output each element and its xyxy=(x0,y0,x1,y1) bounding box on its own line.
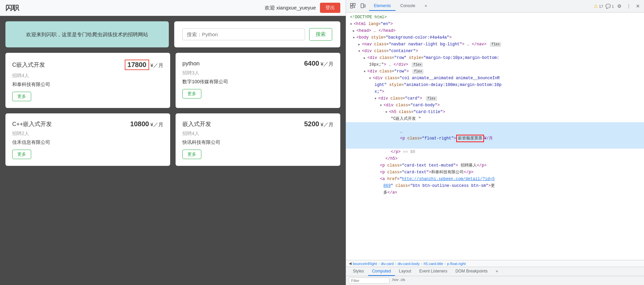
html-line-div-row1b: 10px;"> … </div> flex xyxy=(346,61,644,68)
card-3-more-button[interactable]: 更多 xyxy=(182,150,201,159)
card-1-title-row: python 6400 ¥／月 xyxy=(182,60,334,67)
filter-bar: .hov .cls xyxy=(346,276,644,285)
html-line-div-col2: ight" style="animation-delay:100ms;margi… xyxy=(346,82,644,88)
card-0-salary-unit: ¥／月 xyxy=(150,62,163,69)
html-line-h5: <h5 class="card-title"> xyxy=(346,109,644,115)
more-options-icon[interactable]: ⋮ xyxy=(625,3,632,9)
close-devtools-icon[interactable]: ✕ xyxy=(635,3,641,9)
settings-icon[interactable]: ⚙ xyxy=(616,3,623,9)
devtools-html-content: <!DOCTYPE html> <html lang="en"> <head> … xyxy=(346,13,644,260)
card-1-title: python xyxy=(182,60,200,67)
welcome-banner: 欢迎来到闪职，这里是专门给爬虫训练技术的招聘网站 xyxy=(5,21,169,47)
html-line-div-card: <div class="card"> flex xyxy=(346,95,644,102)
inspect-icon[interactable] xyxy=(349,2,357,10)
html-line-body: <body style="background-color:#4a4a4a"> xyxy=(346,34,644,41)
card-3-title: 嵌入式开发 xyxy=(182,120,211,128)
card-3-salary-amount: 5200 xyxy=(304,120,319,128)
search-box: 搜索 xyxy=(174,21,340,47)
tab-computed[interactable]: Computed xyxy=(368,267,395,276)
devtools-right-icons: ⚠ 17 💬 1 ⚙ ⋮ ✕ xyxy=(594,3,641,9)
card-0-company: 和泰科技有限公司 xyxy=(12,82,163,88)
card-2-title: C++嵌入式开发 xyxy=(12,120,52,128)
svg-rect-2 xyxy=(353,3,355,5)
card-2-more-button[interactable]: 更多 xyxy=(12,150,31,159)
card-1-more-button[interactable]: 更多 xyxy=(182,89,201,98)
card-0-salary-amount: 17800 xyxy=(125,60,149,70)
html-line-p-selected[interactable]: … <p class="float-right">薪资额度票票¥/月 xyxy=(346,122,644,149)
card-2-salary-amount: 10800 xyxy=(130,120,149,128)
app-brand: 闪职 xyxy=(5,3,19,13)
html-line-a-more: <a href="http://shanzhi.spbeen.com/detai… xyxy=(346,176,644,182)
devtools-top-bar: Elements Console » ⚠ 17 💬 1 ⚙ ⋮ ✕ xyxy=(346,0,644,13)
card-2-salary: 10800 ¥／月 xyxy=(130,120,163,128)
welcome-text: 欢迎 xiangxue_yueyue xyxy=(265,5,316,11)
navbar-right: 欢迎 xiangxue_yueyue 登出 xyxy=(265,3,340,13)
breadcrumb-bounce[interactable]: bounceInRight xyxy=(353,262,377,266)
tab-console[interactable]: Console xyxy=(396,1,420,11)
html-line-h5-close: </h5> xyxy=(346,155,644,162)
breadcrumb-bar: ◀ bounceInRight › div.card › div.card-bo… xyxy=(346,260,644,267)
tab-layout[interactable]: Layout xyxy=(395,267,415,276)
breadcrumb-div-card-body[interactable]: div.card-body xyxy=(398,262,420,266)
logout-button[interactable]: 登出 xyxy=(320,3,340,13)
tab-elements[interactable]: Elements xyxy=(369,1,396,11)
html-line-html: <html lang="en"> xyxy=(346,21,644,27)
card-1: python 6400 ¥／月 招聘3人 数字100传媒有限公司 更多 xyxy=(176,53,340,108)
message-badge: 💬 1 xyxy=(605,4,614,9)
device-icon[interactable] xyxy=(359,2,367,10)
html-line-p-muted: <p class="card-text text-muted"> 招聘募人</p… xyxy=(346,162,644,169)
card-2-title-row: C++嵌入式开发 10800 ¥／月 xyxy=(12,120,163,128)
card-1-hire: 招聘3人 xyxy=(182,70,334,76)
html-line-div-col: <div class="col animate__animated animat… xyxy=(346,75,644,82)
svg-rect-0 xyxy=(350,3,353,5)
html-line-nav: <nav class="navbar navbar-light bg-light… xyxy=(346,41,644,48)
breadcrumb-div-card[interactable]: div.card xyxy=(381,262,394,266)
main-content: 欢迎来到闪职，这里是专门给爬虫训练技术的招聘网站 搜索 C嵌入式开发 17800… xyxy=(0,16,346,285)
html-line-a-more2: 869" class="btn btn-outline-success btn-… xyxy=(346,182,644,189)
devtools-tabs: Elements Console » xyxy=(369,1,592,11)
card-1-salary: 6400 ¥／月 xyxy=(304,60,334,67)
top-row: 欢迎来到闪职，这里是专门给爬虫训练技术的招聘网站 搜索 xyxy=(5,21,340,47)
html-line-div-card-body: <div class="card-body"> xyxy=(346,102,644,109)
html-line-div-container: <div class="container"> xyxy=(346,48,644,54)
card-0-title-row: C嵌入式开发 17800 ¥／月 xyxy=(12,60,163,70)
html-line-h5-text: "C嵌入式开发 " xyxy=(346,115,644,122)
html-line-p-company: <p class="card-text">和泰科技有限公司</p> xyxy=(346,169,644,176)
warning-badge: ⚠ 17 xyxy=(594,4,603,9)
card-2: C++嵌入式开发 10800 ¥／月 招聘2人 佳禾信息有限公司 更多 xyxy=(5,113,170,166)
card-1-salary-amount: 6400 xyxy=(304,60,319,67)
search-button[interactable]: 搜索 xyxy=(309,28,332,41)
navbar: 闪职 欢迎 xiangxue_yueyue 登出 xyxy=(0,0,346,16)
svg-rect-6 xyxy=(364,5,365,7)
html-line-a-more3: 多</a> xyxy=(346,189,644,196)
tab-dom-breakpoints[interactable]: DOM Breakpoints xyxy=(451,267,492,276)
card-0-more-button[interactable]: 更多 xyxy=(12,92,31,101)
filter-input[interactable] xyxy=(349,278,389,284)
html-line-div-col3: x;"> xyxy=(346,88,644,95)
banner-text: 欢迎来到闪职，这里是专门给爬虫训练技术的招聘网站 xyxy=(26,30,148,39)
html-line-doctype: <!DOCTYPE html> xyxy=(346,14,644,21)
breadcrumb-p-float[interactable]: p.float-right xyxy=(447,262,466,266)
tab-event-listeners[interactable]: Event Listeners xyxy=(415,267,451,276)
card-1-salary-unit: ¥／月 xyxy=(321,61,334,67)
card-2-salary-unit: ¥／月 xyxy=(150,122,163,128)
cards-row-1: C嵌入式开发 17800 ¥／月 招聘4人 和泰科技有限公司 更多 python… xyxy=(5,53,340,108)
card-3: 嵌入式开发 5200 ¥／月 招聘4人 快讯科技有限公司 更多 xyxy=(176,113,340,166)
card-0-hire: 招聘4人 xyxy=(12,73,163,79)
tab-bottom-more[interactable]: » xyxy=(492,267,502,276)
card-2-hire: 招聘2人 xyxy=(12,131,163,137)
card-3-salary: 5200 ¥／月 xyxy=(304,120,334,128)
breadcrumb-h5[interactable]: h5.card-title xyxy=(424,262,443,266)
devtools-bottom-panel: Styles Computed Layout Event Listeners D… xyxy=(346,267,644,285)
bottom-tabs: Styles Computed Layout Event Listeners D… xyxy=(346,267,644,276)
card-2-company: 佳禾信息有限公司 xyxy=(12,139,163,146)
card-1-company: 数字100传媒有限公司 xyxy=(182,79,334,85)
search-input[interactable] xyxy=(182,28,305,40)
card-0-salary: 17800 ¥／月 xyxy=(125,60,163,70)
filter-hint: .hov .cls xyxy=(391,278,405,284)
tab-styles[interactable]: Styles xyxy=(349,267,368,276)
html-line-p-close: </p> == $0 xyxy=(346,149,644,155)
cards-row-2: C++嵌入式开发 10800 ¥／月 招聘2人 佳禾信息有限公司 更多 嵌入式开… xyxy=(5,113,340,166)
devtools-panel: Elements Console » ⚠ 17 💬 1 ⚙ ⋮ ✕ <!DOCT… xyxy=(346,0,644,285)
tab-more[interactable]: » xyxy=(420,1,432,11)
